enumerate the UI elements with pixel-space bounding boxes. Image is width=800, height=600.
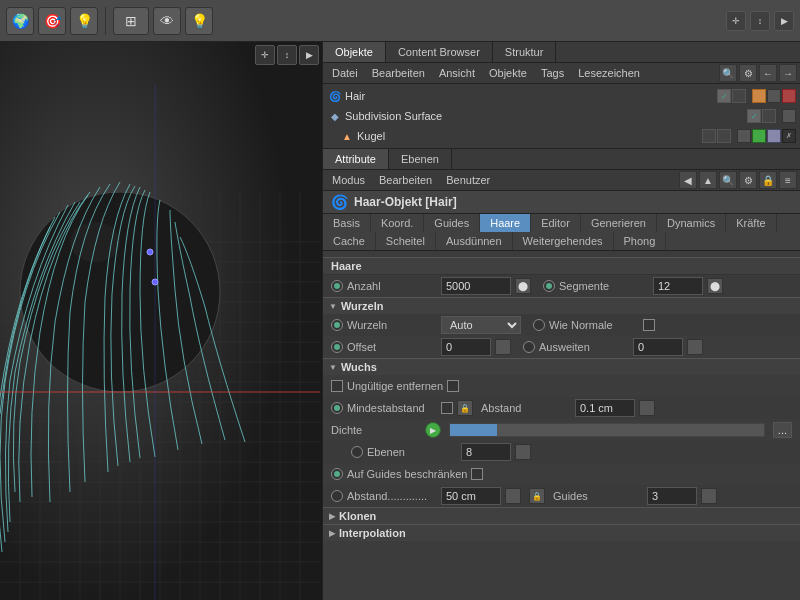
hair-cb1[interactable]: ✓ xyxy=(717,89,731,103)
tab-attribute[interactable]: Attribute xyxy=(323,149,389,169)
wie-normale-cb[interactable] xyxy=(643,319,655,331)
dichte-slider[interactable] xyxy=(449,423,765,437)
toolbar-icon-1[interactable]: 🌍 xyxy=(6,7,34,35)
guides-input[interactable] xyxy=(647,487,697,505)
obj-hair[interactable]: 🌀 Hair ✓ xyxy=(323,86,800,106)
toolbar-icon-3[interactable]: 💡 xyxy=(70,7,98,35)
abstand2-spinner[interactable] xyxy=(505,488,521,504)
subtab-kraefte[interactable]: Kräfte xyxy=(726,214,776,232)
attr-benutzer[interactable]: Benutzer xyxy=(440,172,496,188)
sub-cb2[interactable] xyxy=(762,109,776,123)
ebenen-radio[interactable] xyxy=(351,446,363,458)
subtab-cache[interactable]: Cache xyxy=(323,232,376,250)
menu-datei[interactable]: Datei xyxy=(326,65,364,81)
viewport-btn-move[interactable]: ✛ xyxy=(726,11,746,31)
mindestabstand-cb[interactable] xyxy=(441,402,453,414)
toolbar-icon-2[interactable]: 🎯 xyxy=(38,7,66,35)
sub-cb1[interactable]: ✓ xyxy=(747,109,761,123)
subtab-scheitel[interactable]: Scheitel xyxy=(376,232,436,250)
vp-nav-arrow[interactable]: ↕ xyxy=(277,45,297,65)
kugel-cb1[interactable] xyxy=(702,129,716,143)
ausweiten-spinner[interactable] xyxy=(687,339,703,355)
subtab-guides[interactable]: Guides xyxy=(424,214,480,232)
segmente-spinner[interactable]: ⬤ xyxy=(707,278,723,294)
attr-search-btn[interactable]: 🔍 xyxy=(719,171,737,189)
ausweiten-input[interactable] xyxy=(633,338,683,356)
tab-content-browser[interactable]: Content Browser xyxy=(386,42,493,62)
guides-spinner[interactable] xyxy=(701,488,717,504)
ungueltige-cb2[interactable] xyxy=(447,380,459,392)
wuchs-group-header[interactable]: ▼ Wuchs xyxy=(323,358,800,375)
hair-cb2[interactable] xyxy=(732,89,746,103)
subtab-dynamics[interactable]: Dynamics xyxy=(657,214,726,232)
ebenen-spinner[interactable] xyxy=(515,444,531,460)
wurzeln-select[interactable]: Auto xyxy=(441,316,521,334)
abstand-input[interactable] xyxy=(575,399,635,417)
menu-ansicht[interactable]: Ansicht xyxy=(433,65,481,81)
viewport-btn-scale[interactable]: ↕ xyxy=(750,11,770,31)
attr-lock-btn[interactable]: 🔒 xyxy=(759,171,777,189)
anzahl-radio[interactable] xyxy=(331,280,343,292)
klonen-group-header[interactable]: ▶ Klonen xyxy=(323,507,800,524)
segmente-input[interactable] xyxy=(653,277,703,295)
subtab-haare[interactable]: Haare xyxy=(480,214,531,232)
obj-subdivision[interactable]: ◆ Subdivision Surface ✓ xyxy=(323,106,800,126)
menu-lesezeichen[interactable]: Lesezeichen xyxy=(572,65,646,81)
attr-back-btn[interactable]: ◀ xyxy=(679,171,697,189)
tab-struktur[interactable]: Struktur xyxy=(493,42,557,62)
menu-tags[interactable]: Tags xyxy=(535,65,570,81)
attr-more-btn[interactable]: ≡ xyxy=(779,171,797,189)
mindestabstand-radio[interactable] xyxy=(331,402,343,414)
subtab-weiter[interactable]: Weitergehendes xyxy=(513,232,614,250)
attr-settings-btn[interactable]: ⚙ xyxy=(739,171,757,189)
offset-spinner[interactable] xyxy=(495,339,511,355)
menu-objekte[interactable]: Objekte xyxy=(483,65,533,81)
viewport-btn-more[interactable]: ▶ xyxy=(774,11,794,31)
obj-search-btn[interactable]: 🔍 xyxy=(719,64,737,82)
toolbar-icon-5[interactable]: 👁 xyxy=(153,7,181,35)
subtab-ausduennen[interactable]: Ausdünnen xyxy=(436,232,513,250)
dichte-play-btn[interactable]: ▶ xyxy=(425,422,441,438)
toolbar-icon-6[interactable]: 💡 xyxy=(185,7,213,35)
interpolation-group-header[interactable]: ▶ Interpolation xyxy=(323,524,800,541)
viewport[interactable]: ✛ ↕ ▶ xyxy=(0,42,322,600)
offset-radio[interactable] xyxy=(331,341,343,353)
obj-settings-btn[interactable]: ⚙ xyxy=(739,64,757,82)
abstand2-input[interactable] xyxy=(441,487,501,505)
toolbar-icon-4[interactable]: ⊞ xyxy=(113,7,149,35)
vp-nav-move[interactable]: ✛ xyxy=(255,45,275,65)
attr-cursor-btn[interactable]: ▲ xyxy=(699,171,717,189)
subtab-editor[interactable]: Editor xyxy=(531,214,581,232)
obj-fwd-btn[interactable]: → xyxy=(779,64,797,82)
segmente-radio[interactable] xyxy=(543,280,555,292)
auf-guides-radio[interactable] xyxy=(331,468,343,480)
subtab-generieren[interactable]: Generieren xyxy=(581,214,657,232)
kugel-cb2[interactable] xyxy=(717,129,731,143)
auf-guides-cb[interactable] xyxy=(471,468,483,480)
wurzeln-group-header[interactable]: ▼ Wurzeln xyxy=(323,297,800,314)
abstand-spinner[interactable] xyxy=(639,400,655,416)
vp-nav-right[interactable]: ▶ xyxy=(299,45,319,65)
subtab-basis[interactable]: Basis xyxy=(323,214,371,232)
anzahl-spinner[interactable]: ⬤ xyxy=(515,278,531,294)
mindestabstand-lock[interactable]: 🔒 xyxy=(457,400,473,416)
wurzeln-radio[interactable] xyxy=(331,319,343,331)
subtab-koord[interactable]: Koord. xyxy=(371,214,424,232)
abstand2-lock[interactable]: 🔒 xyxy=(529,488,545,504)
offset-input[interactable] xyxy=(441,338,491,356)
tab-objekte[interactable]: Objekte xyxy=(323,42,386,62)
tab-ebenen[interactable]: Ebenen xyxy=(389,149,452,169)
attr-modus[interactable]: Modus xyxy=(326,172,371,188)
subtab-phong[interactable]: Phong xyxy=(614,232,667,250)
anzahl-input[interactable] xyxy=(441,277,511,295)
menu-bearbeiten[interactable]: Bearbeiten xyxy=(366,65,431,81)
attr-bearbeiten[interactable]: Bearbeiten xyxy=(373,172,438,188)
abstand2-radio[interactable] xyxy=(331,490,343,502)
ungueltige-cb[interactable] xyxy=(331,380,343,392)
obj-kugel[interactable]: ▲ Kugel ✗ xyxy=(335,126,800,146)
ausweiten-radio[interactable] xyxy=(523,341,535,353)
dichte-more-btn[interactable]: ... xyxy=(773,422,792,438)
ebenen-input[interactable] xyxy=(461,443,511,461)
obj-back-btn[interactable]: ← xyxy=(759,64,777,82)
wie-normale-radio[interactable] xyxy=(533,319,545,331)
